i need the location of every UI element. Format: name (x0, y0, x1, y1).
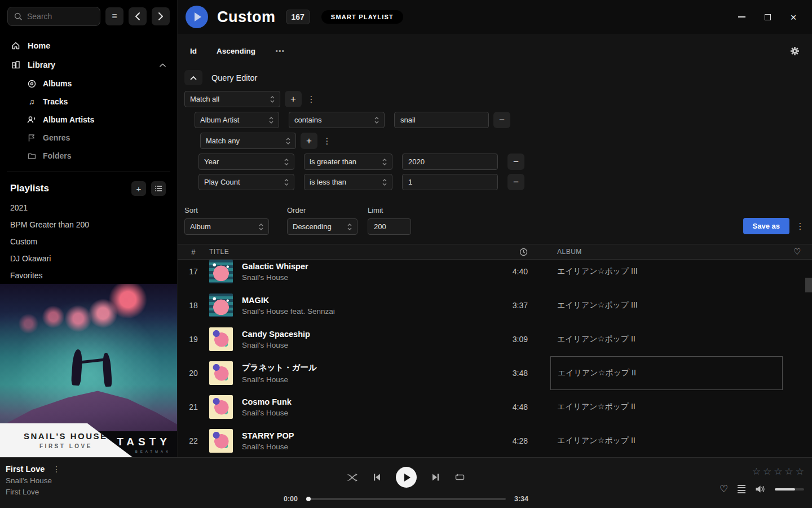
now-playing-track[interactable]: First Love (6, 465, 45, 474)
track-row[interactable]: 19 Candy SpaceshipSnail's House 3:09 エイリ… (178, 322, 812, 356)
rule-field-select[interactable]: Album Artist (195, 112, 279, 128)
shuffle-icon (347, 473, 358, 482)
sort-direction-button[interactable]: Ascending (217, 47, 255, 55)
playlist-item[interactable]: Favorites (0, 267, 177, 284)
column-header-duration[interactable] (480, 248, 528, 256)
track-row[interactable]: 17 Galactic WhisperSnail's House 4:40 エイ… (178, 260, 812, 288)
star-icon[interactable]: ☆ (763, 466, 771, 478)
track-number: 17 (178, 267, 209, 276)
volume-fill (775, 488, 795, 491)
order-select[interactable]: Descending (287, 218, 358, 235)
sidebar-item-albums[interactable]: Albums (23, 75, 170, 93)
track-album-focused-cell[interactable]: エイリアン☆ポップ II (550, 356, 783, 390)
group-match-select[interactable]: Match any (200, 133, 296, 149)
playlist-item[interactable]: DJ Okawari (0, 250, 177, 267)
next-button[interactable] (431, 473, 440, 481)
nav-back-button[interactable] (129, 7, 147, 25)
play-pause-button[interactable] (396, 467, 417, 488)
heart-column-icon[interactable]: ♡ (783, 247, 812, 257)
track-row[interactable]: 18 MAGIKSnail's House feat. Sennzai 3:37… (178, 288, 812, 322)
track-album: エイリアン☆ポップ II (550, 390, 783, 424)
remove-rule-button[interactable]: − (508, 154, 524, 170)
smart-playlist-badge: SMART PLAYLIST (321, 10, 403, 24)
nav-forward-button[interactable] (152, 7, 170, 25)
rule-operator-select[interactable]: is greater than (304, 154, 392, 170)
elapsed-time: 0:00 (279, 495, 298, 503)
search-input[interactable] (27, 12, 89, 21)
play-playlist-button[interactable] (186, 6, 208, 28)
root-match-select[interactable]: Match all (184, 91, 280, 107)
track-album-art (209, 327, 233, 351)
star-icon[interactable]: ☆ (774, 466, 782, 478)
rule-menu-button[interactable]: ⋮ (306, 91, 316, 107)
search-box[interactable] (7, 7, 100, 26)
queue-button[interactable] (738, 485, 745, 494)
remove-rule-button[interactable]: − (493, 112, 510, 128)
menu-button[interactable]: ≡ (105, 7, 123, 25)
rule-field-select[interactable]: Play Count (198, 174, 294, 190)
settings-gear-button[interactable] (790, 46, 800, 56)
playlist-item[interactable]: Custom (0, 233, 177, 250)
close-button[interactable]: × (787, 11, 800, 23)
add-group-rule-button[interactable]: + (301, 133, 317, 149)
limit-input[interactable] (368, 218, 411, 235)
sidebar-item-album-artists[interactable]: Album Artists (23, 111, 170, 129)
repeat-button[interactable] (454, 473, 465, 481)
sort-select[interactable]: Album (184, 218, 269, 235)
rule-operator-select[interactable]: is less than (304, 174, 392, 190)
track-title: MAGIK (242, 296, 335, 305)
select-spinner-icon (286, 137, 290, 145)
seek-thumb[interactable] (306, 497, 311, 501)
favorite-button[interactable]: ♡ (720, 483, 728, 495)
sidebar-item-home[interactable]: Home (7, 36, 170, 55)
art-figure (80, 358, 105, 364)
star-icon[interactable]: ☆ (796, 466, 804, 478)
star-icon[interactable]: ☆ (752, 466, 761, 478)
sidebar-item-library[interactable]: Library (7, 55, 170, 75)
home-icon (11, 41, 20, 50)
sidebar-item-genres[interactable]: Genres (23, 129, 170, 147)
column-header-album[interactable]: ALBUM (550, 248, 783, 256)
track-duration: 4:48 (480, 402, 528, 411)
rule-operator-select[interactable]: contains (289, 112, 385, 128)
more-options-button[interactable]: ⋯ (275, 46, 285, 56)
save-as-button[interactable]: Save as (743, 218, 789, 234)
column-header-index[interactable]: # (178, 248, 209, 256)
scrollbar-thumb[interactable] (805, 278, 812, 292)
sidebar-item-folders[interactable]: Folders (23, 147, 170, 165)
chevron-up-icon[interactable] (160, 63, 166, 67)
remove-rule-button[interactable]: − (508, 174, 524, 190)
column-header-title[interactable]: TITLE (209, 248, 480, 256)
now-playing-artist[interactable]: Snail's House (6, 476, 192, 485)
track-options-button[interactable]: ⋮ (52, 465, 60, 474)
sort-field-button[interactable]: Id (190, 47, 197, 55)
playlist-item[interactable]: 2021 (0, 199, 177, 216)
add-playlist-button[interactable]: + (131, 181, 146, 196)
track-row[interactable]: 22 STARRY POPSnail's House 4:28 エイリアン☆ポッ… (178, 424, 812, 457)
group-menu-button[interactable]: ⋮ (322, 133, 332, 149)
player-bar: First Love ⋮ Snail's House First Love (0, 457, 812, 508)
seek-slider[interactable] (306, 498, 506, 500)
volume-slider[interactable] (775, 488, 804, 491)
track-row[interactable]: 20 プラネット・ガールSnail's House 3:48 エイリアン☆ポップ… (178, 356, 812, 390)
add-rule-button[interactable]: + (285, 91, 302, 107)
maximize-button[interactable] (761, 11, 774, 23)
chevron-up-icon (190, 76, 197, 80)
now-playing-album-art[interactable]: TASTY BEATMAX SNAIL'S HOUSE FIRST LOVE (0, 284, 178, 457)
minimize-button[interactable] (735, 11, 748, 23)
rule-value-input[interactable] (402, 174, 498, 190)
sidebar-item-tracks[interactable]: ♫ Tracks (23, 93, 170, 111)
previous-button[interactable] (373, 473, 381, 481)
rule-value-input[interactable] (394, 112, 489, 128)
save-menu-button[interactable]: ⋮ (795, 218, 805, 234)
shuffle-button[interactable] (347, 473, 358, 482)
collapse-query-button[interactable] (184, 70, 202, 85)
playlist-item[interactable]: BPM Greater than 200 (0, 216, 177, 233)
rule-value-input[interactable] (402, 154, 498, 170)
star-icon[interactable]: ☆ (785, 466, 793, 478)
playlist-list-button[interactable] (151, 181, 166, 196)
volume-button[interactable] (755, 485, 765, 493)
rule-field-select[interactable]: Year (198, 154, 294, 170)
track-row[interactable]: 21 Cosmo FunkSnail's House 4:48 エイリアン☆ポッ… (178, 390, 812, 424)
now-playing-album[interactable]: First Love (6, 488, 192, 496)
